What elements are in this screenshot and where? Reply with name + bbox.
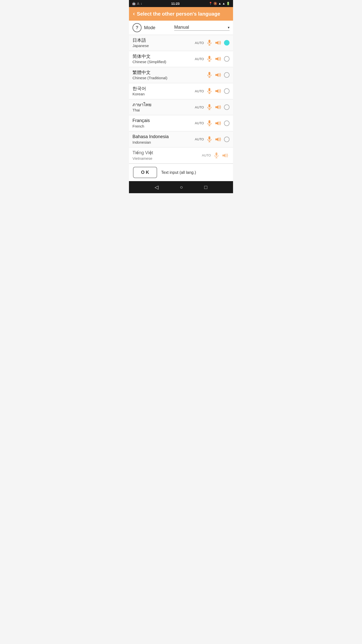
auto-label: AUTO [195, 89, 204, 93]
language-item[interactable]: Tiếng Việt Vietnamese AUTO [129, 147, 233, 164]
radio-button[interactable] [224, 72, 230, 78]
lang-text: 日本語 Japanese [132, 37, 195, 48]
lang-controls: AUTO [202, 152, 230, 159]
svg-rect-4 [208, 56, 210, 59]
lang-english: Vietnamese [132, 156, 202, 161]
svg-marker-27 [215, 137, 218, 141]
radio-button[interactable] [224, 56, 230, 62]
ok-button[interactable]: O K [133, 167, 157, 178]
svg-marker-19 [215, 105, 218, 109]
recents-nav-icon[interactable]: □ [204, 184, 207, 190]
lang-controls [206, 71, 230, 78]
svg-rect-12 [208, 88, 210, 91]
language-item[interactable]: 繁體中文 Chinese (Traditional) [129, 67, 233, 83]
lang-native: Français [132, 118, 195, 124]
speaker-icon[interactable] [214, 39, 222, 46]
auto-label: AUTO [195, 121, 204, 125]
language-item[interactable]: 简体中文 Chinese (Simplified) AUTO [129, 51, 233, 67]
auto-label: AUTO [195, 137, 204, 141]
alert-icon: ⚠ [137, 2, 140, 5]
mode-value: Manual [174, 25, 228, 30]
wifi-icon: ▲ [218, 2, 221, 5]
home-nav-icon[interactable]: ○ [180, 184, 183, 190]
bottom-bar: O K Text input (all lang.) [129, 164, 233, 181]
download-icon: ↓ [141, 2, 142, 5]
speaker-icon[interactable] [214, 120, 222, 127]
status-left-icons: 🤖 ⚠ ↓ [132, 2, 142, 5]
lang-controls: AUTO [195, 136, 230, 143]
svg-rect-0 [208, 40, 210, 43]
lang-english: Indonesian [132, 140, 195, 145]
chevron-down-icon: ▾ [228, 25, 230, 29]
header: ‹ Select the other person's language [129, 7, 233, 21]
microphone-icon[interactable] [206, 39, 213, 46]
speaker-icon[interactable] [214, 88, 222, 95]
radio-button[interactable] [224, 104, 230, 110]
microphone-icon[interactable] [206, 136, 213, 143]
lang-native: 日本語 [132, 37, 195, 43]
status-time: 11:23 [171, 2, 179, 6]
lang-english: Chinese (Simplified) [132, 59, 195, 64]
android-icon: 🤖 [132, 2, 136, 5]
speaker-icon[interactable] [214, 136, 222, 143]
radio-button[interactable] [224, 88, 230, 94]
radio-button[interactable] [224, 40, 230, 46]
microphone-icon[interactable] [206, 104, 213, 111]
android-nav-bar: ◁ ○ □ [129, 181, 233, 193]
location-icon: 📍 [209, 2, 212, 5]
microphone-icon[interactable] [213, 152, 220, 159]
svg-marker-11 [215, 73, 218, 77]
lang-english: Japanese [132, 43, 195, 48]
language-item[interactable]: 日本語 Japanese AUTO [129, 35, 233, 51]
language-item[interactable]: ภาษาไทย Thai AUTO [129, 99, 233, 115]
lang-native: 繁體中文 [132, 70, 206, 75]
speaker-icon[interactable] [214, 55, 222, 62]
lang-text: 한국어 Korean [132, 86, 195, 97]
lang-text: Bahasa Indonesia Indonesian [132, 134, 195, 145]
radio-button[interactable] [224, 120, 230, 126]
lang-native: Bahasa Indonesia [132, 134, 195, 140]
help-button[interactable]: ? [132, 23, 142, 32]
microphone-icon[interactable] [206, 88, 213, 95]
radio-button[interactable] [224, 137, 230, 142]
mode-row: ? Mode Manual ▾ [129, 21, 233, 35]
lang-text: Tiếng Việt Vietnamese [132, 150, 202, 161]
lang-text: 简体中文 Chinese (Simplified) [132, 54, 195, 64]
status-bar: 🤖 ⚠ ↓ 11:23 📍 🔕 ▲ ▲ 🔋 [129, 0, 233, 7]
speaker-icon[interactable] [221, 152, 230, 159]
mode-label: Mode [144, 25, 172, 30]
language-list: 日本語 Japanese AUTO 简体中文 Chinese (Simplifi… [129, 35, 233, 164]
lang-controls: AUTO [195, 120, 230, 127]
language-item[interactable]: Bahasa Indonesia Indonesian AUTO [129, 131, 233, 147]
lang-controls: AUTO [195, 88, 230, 95]
microphone-icon[interactable] [206, 71, 213, 78]
lang-native: Tiếng Việt [132, 150, 202, 156]
auto-label: AUTO [195, 41, 204, 45]
speaker-icon[interactable] [214, 71, 222, 78]
lang-native: 简体中文 [132, 54, 195, 59]
back-nav-icon[interactable]: ◁ [155, 184, 158, 190]
auto-label: AUTO [202, 153, 211, 157]
lang-text: ภาษาไทย Thai [132, 102, 195, 113]
lang-native: ภาษาไทย [132, 102, 195, 108]
microphone-icon[interactable] [206, 55, 213, 62]
lang-native: 한국어 [132, 86, 195, 92]
lang-english: Chinese (Traditional) [132, 75, 206, 80]
mode-dropdown[interactable]: Manual ▾ [174, 25, 230, 31]
svg-rect-16 [208, 104, 210, 107]
text-input-label[interactable]: Text input (all lang.) [161, 170, 196, 175]
lang-controls: AUTO [195, 39, 230, 46]
lang-english: Thai [132, 108, 195, 113]
svg-rect-20 [208, 120, 210, 124]
auto-label: AUTO [195, 105, 204, 109]
lang-controls: AUTO [195, 104, 230, 111]
svg-marker-15 [215, 89, 218, 93]
back-button[interactable]: ‹ [133, 11, 135, 17]
lang-english: Korean [132, 92, 195, 97]
language-item[interactable]: 한국어 Korean AUTO [129, 83, 233, 99]
lang-text: 繁體中文 Chinese (Traditional) [132, 70, 206, 80]
speaker-icon[interactable] [214, 104, 222, 111]
microphone-icon[interactable] [206, 120, 213, 127]
language-item[interactable]: Français French AUTO [129, 115, 233, 131]
svg-rect-24 [208, 136, 210, 140]
